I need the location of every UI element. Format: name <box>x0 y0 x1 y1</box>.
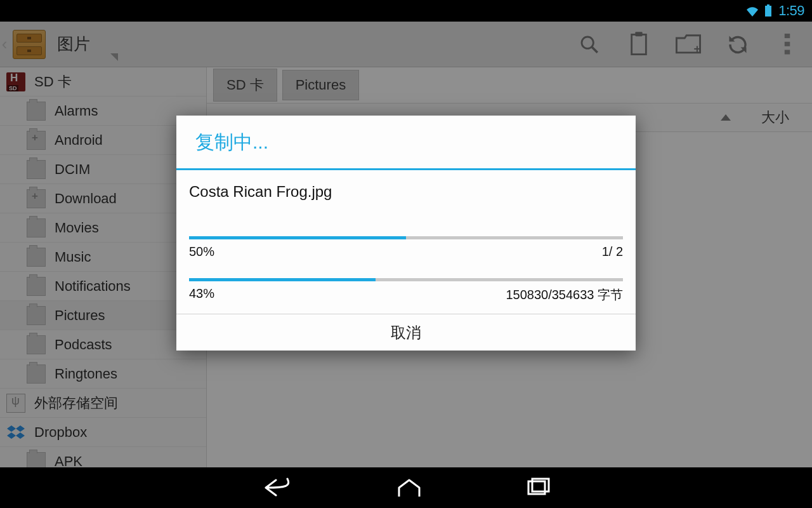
android-nav-bar <box>0 467 812 508</box>
cancel-button[interactable]: 取消 <box>176 314 636 351</box>
home-icon <box>395 475 423 500</box>
dialog-title: 复制中... <box>176 116 636 168</box>
overall-progress-bar <box>189 236 623 239</box>
overall-count: 1/ 2 <box>602 244 623 259</box>
back-icon <box>259 475 294 500</box>
cancel-label: 取消 <box>391 323 421 343</box>
current-percent: 43% <box>189 286 214 304</box>
back-button[interactable] <box>259 475 294 500</box>
overall-percent: 50% <box>189 244 214 259</box>
recents-icon <box>525 475 553 500</box>
copying-filename: Costa Rican Frog.jpg <box>189 180 623 236</box>
copy-progress-dialog: 复制中... Costa Rican Frog.jpg 50% 1/ 2 43%… <box>176 116 636 351</box>
overall-progress-fill <box>189 236 406 239</box>
recents-button[interactable] <box>525 475 553 500</box>
home-button[interactable] <box>395 475 423 500</box>
current-bytes: 150830/354633 字节 <box>506 286 623 304</box>
current-progress-fill <box>189 278 376 281</box>
current-progress-bar <box>189 278 623 281</box>
